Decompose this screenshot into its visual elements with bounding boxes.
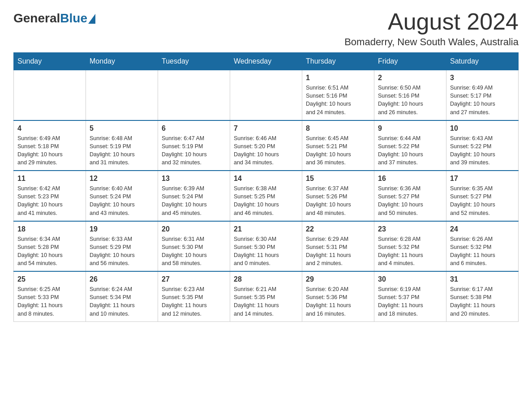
day-info: Sunrise: 6:23 AM Sunset: 5:35 PM Dayligh…: [162, 285, 226, 318]
calendar-cell: 16Sunrise: 6:36 AM Sunset: 5:27 PM Dayli…: [374, 171, 446, 221]
day-info: Sunrise: 6:35 AM Sunset: 5:27 PM Dayligh…: [450, 184, 515, 217]
day-number: 20: [162, 225, 226, 233]
header: General Blue August 2024 Bomaderry, New …: [13, 9, 519, 48]
logo-arrow-icon: [88, 14, 95, 24]
calendar-header-thursday: Thursday: [302, 53, 374, 70]
day-number: 5: [90, 124, 154, 133]
week-row-5: 25Sunrise: 6:25 AM Sunset: 5:33 PM Dayli…: [14, 271, 519, 321]
day-number: 27: [162, 275, 226, 283]
calendar-cell: 12Sunrise: 6:40 AM Sunset: 5:24 PM Dayli…: [86, 171, 158, 221]
calendar-header-friday: Friday: [374, 53, 446, 70]
day-info: Sunrise: 6:44 AM Sunset: 5:22 PM Dayligh…: [378, 134, 442, 167]
day-number: 14: [234, 175, 298, 183]
day-number: 30: [378, 275, 442, 283]
calendar-cell: 13Sunrise: 6:39 AM Sunset: 5:24 PM Dayli…: [158, 171, 230, 221]
day-info: Sunrise: 6:29 AM Sunset: 5:31 PM Dayligh…: [306, 235, 370, 268]
calendar-cell: [230, 70, 302, 120]
day-info: Sunrise: 6:51 AM Sunset: 5:16 PM Dayligh…: [306, 84, 370, 116]
calendar-cell: 26Sunrise: 6:24 AM Sunset: 5:34 PM Dayli…: [86, 271, 158, 321]
calendar-cell: 4Sunrise: 6:49 AM Sunset: 5:18 PM Daylig…: [14, 120, 86, 171]
calendar-cell: 29Sunrise: 6:20 AM Sunset: 5:36 PM Dayli…: [302, 271, 374, 321]
calendar-header-monday: Monday: [86, 53, 158, 70]
calendar-cell: 15Sunrise: 6:37 AM Sunset: 5:26 PM Dayli…: [302, 171, 374, 221]
calendar-cell: 2Sunrise: 6:50 AM Sunset: 5:16 PM Daylig…: [374, 70, 446, 120]
calendar-cell: 5Sunrise: 6:48 AM Sunset: 5:19 PM Daylig…: [86, 120, 158, 171]
day-info: Sunrise: 6:46 AM Sunset: 5:20 PM Dayligh…: [234, 134, 298, 167]
logo-blue-text: Blue: [60, 12, 87, 25]
calendar-cell: 6Sunrise: 6:47 AM Sunset: 5:19 PM Daylig…: [158, 120, 230, 171]
day-info: Sunrise: 6:38 AM Sunset: 5:25 PM Dayligh…: [234, 184, 298, 217]
calendar-header-wednesday: Wednesday: [230, 53, 302, 70]
day-number: 2: [378, 74, 442, 82]
day-number: 9: [378, 124, 442, 133]
day-info: Sunrise: 6:36 AM Sunset: 5:27 PM Dayligh…: [378, 184, 442, 217]
logo-general-text: General: [13, 11, 60, 26]
logo: General Blue: [13, 9, 95, 26]
day-number: 23: [378, 225, 442, 233]
day-info: Sunrise: 6:19 AM Sunset: 5:37 PM Dayligh…: [378, 285, 442, 318]
day-number: 3: [450, 74, 515, 82]
title-area: August 2024 Bomaderry, New South Wales, …: [344, 9, 519, 48]
day-info: Sunrise: 6:45 AM Sunset: 5:21 PM Dayligh…: [306, 134, 370, 167]
day-info: Sunrise: 6:39 AM Sunset: 5:24 PM Dayligh…: [162, 184, 226, 217]
day-number: 10: [450, 124, 515, 133]
day-number: 8: [306, 124, 370, 133]
calendar-cell: [14, 70, 86, 120]
day-number: 31: [450, 275, 515, 283]
calendar-cell: 10Sunrise: 6:43 AM Sunset: 5:22 PM Dayli…: [446, 120, 519, 171]
week-row-2: 4Sunrise: 6:49 AM Sunset: 5:18 PM Daylig…: [14, 120, 519, 171]
week-row-4: 18Sunrise: 6:34 AM Sunset: 5:28 PM Dayli…: [14, 221, 519, 272]
day-number: 17: [450, 175, 515, 183]
calendar-cell: 23Sunrise: 6:28 AM Sunset: 5:32 PM Dayli…: [374, 221, 446, 272]
logo-blue-block: Blue: [60, 12, 95, 25]
day-info: Sunrise: 6:31 AM Sunset: 5:30 PM Dayligh…: [162, 235, 226, 268]
calendar-header-tuesday: Tuesday: [158, 53, 230, 70]
day-info: Sunrise: 6:17 AM Sunset: 5:38 PM Dayligh…: [450, 285, 515, 318]
page-subtitle: Bomaderry, New South Wales, Australia: [344, 36, 519, 48]
calendar-cell: 14Sunrise: 6:38 AM Sunset: 5:25 PM Dayli…: [230, 171, 302, 221]
calendar-table: SundayMondayTuesdayWednesdayThursdayFrid…: [13, 52, 519, 322]
week-row-3: 11Sunrise: 6:42 AM Sunset: 5:23 PM Dayli…: [14, 171, 519, 221]
calendar-cell: 21Sunrise: 6:30 AM Sunset: 5:30 PM Dayli…: [230, 221, 302, 272]
calendar-cell: 7Sunrise: 6:46 AM Sunset: 5:20 PM Daylig…: [230, 120, 302, 171]
day-number: 11: [17, 175, 82, 183]
day-info: Sunrise: 6:33 AM Sunset: 5:29 PM Dayligh…: [90, 235, 154, 268]
calendar-header-row: SundayMondayTuesdayWednesdayThursdayFrid…: [14, 53, 519, 70]
calendar-cell: 31Sunrise: 6:17 AM Sunset: 5:38 PM Dayli…: [446, 271, 519, 321]
calendar-cell: 8Sunrise: 6:45 AM Sunset: 5:21 PM Daylig…: [302, 120, 374, 171]
day-number: 16: [378, 175, 442, 183]
day-info: Sunrise: 6:37 AM Sunset: 5:26 PM Dayligh…: [306, 184, 370, 217]
calendar-cell: 1Sunrise: 6:51 AM Sunset: 5:16 PM Daylig…: [302, 70, 374, 120]
day-info: Sunrise: 6:48 AM Sunset: 5:19 PM Dayligh…: [90, 134, 154, 167]
page-title: August 2024: [344, 9, 519, 34]
day-info: Sunrise: 6:30 AM Sunset: 5:30 PM Dayligh…: [234, 235, 298, 268]
day-info: Sunrise: 6:40 AM Sunset: 5:24 PM Dayligh…: [90, 184, 154, 217]
calendar-cell: [86, 70, 158, 120]
calendar-cell: 25Sunrise: 6:25 AM Sunset: 5:33 PM Dayli…: [14, 271, 86, 321]
day-number: 15: [306, 175, 370, 183]
day-info: Sunrise: 6:50 AM Sunset: 5:16 PM Dayligh…: [378, 84, 442, 116]
day-number: 6: [162, 124, 226, 133]
day-info: Sunrise: 6:26 AM Sunset: 5:32 PM Dayligh…: [450, 235, 515, 268]
calendar-header-sunday: Sunday: [14, 53, 86, 70]
day-info: Sunrise: 6:21 AM Sunset: 5:35 PM Dayligh…: [234, 285, 298, 318]
calendar-cell: 28Sunrise: 6:21 AM Sunset: 5:35 PM Dayli…: [230, 271, 302, 321]
calendar-cell: 18Sunrise: 6:34 AM Sunset: 5:28 PM Dayli…: [14, 221, 86, 272]
day-info: Sunrise: 6:47 AM Sunset: 5:19 PM Dayligh…: [162, 134, 226, 167]
week-row-1: 1Sunrise: 6:51 AM Sunset: 5:16 PM Daylig…: [14, 70, 519, 120]
calendar-cell: 3Sunrise: 6:49 AM Sunset: 5:17 PM Daylig…: [446, 70, 519, 120]
calendar-cell: 17Sunrise: 6:35 AM Sunset: 5:27 PM Dayli…: [446, 171, 519, 221]
day-info: Sunrise: 6:43 AM Sunset: 5:22 PM Dayligh…: [450, 134, 515, 167]
day-number: 13: [162, 175, 226, 183]
day-number: 4: [17, 124, 82, 133]
calendar-cell: 9Sunrise: 6:44 AM Sunset: 5:22 PM Daylig…: [374, 120, 446, 171]
day-number: 19: [90, 225, 154, 233]
day-info: Sunrise: 6:34 AM Sunset: 5:28 PM Dayligh…: [17, 235, 82, 268]
day-number: 28: [234, 275, 298, 283]
day-number: 7: [234, 124, 298, 133]
day-number: 21: [234, 225, 298, 233]
day-info: Sunrise: 6:42 AM Sunset: 5:23 PM Dayligh…: [17, 184, 82, 217]
day-info: Sunrise: 6:25 AM Sunset: 5:33 PM Dayligh…: [17, 285, 82, 318]
day-number: 1: [306, 74, 370, 82]
day-number: 25: [17, 275, 82, 283]
